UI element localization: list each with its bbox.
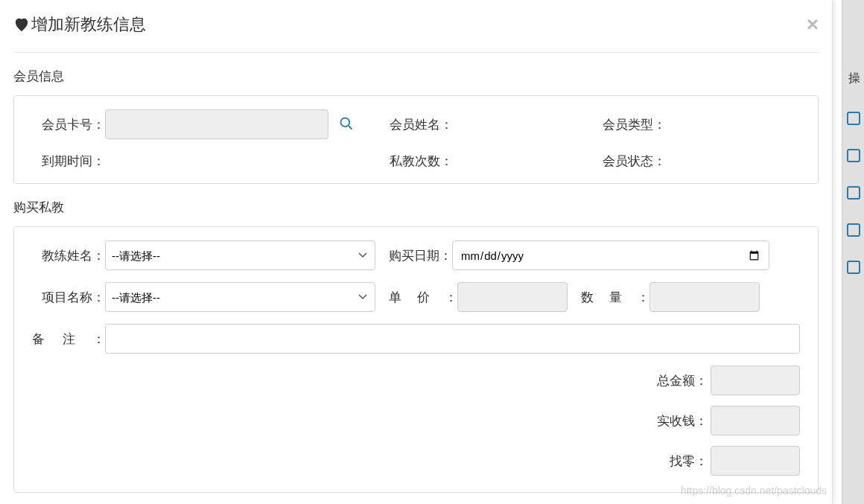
- backdrop-action-icon: [847, 223, 860, 237]
- member-status-label: 会员状态：: [603, 153, 666, 170]
- backdrop-action-icon: [847, 149, 860, 162]
- quantity-label: 数 量 ：: [581, 289, 649, 306]
- member-name-label: 会员姓名：: [390, 116, 453, 133]
- close-button[interactable]: ×: [807, 14, 819, 35]
- modal-header: 增加新教练信息 ×: [13, 0, 819, 53]
- project-name-select[interactable]: --请选择--: [105, 282, 375, 312]
- quantity-input[interactable]: [649, 282, 760, 312]
- paid-input[interactable]: [711, 406, 800, 436]
- expire-label: 到期时间：: [32, 153, 105, 170]
- price-input[interactable]: [457, 282, 568, 312]
- modal-dialog: 增加新教练信息 × 会员信息 会员卡号： 会员姓名：: [0, 0, 833, 504]
- purchase-date-label: 购买日期：: [389, 247, 452, 264]
- member-type-label: 会员类型：: [603, 116, 666, 133]
- backdrop-header-char: 操: [848, 71, 860, 86]
- heart-icon: [13, 17, 30, 32]
- change-label: 找零：: [670, 453, 708, 470]
- total-amount-label: 总金额：: [657, 372, 708, 389]
- project-name-label: 项目名称：: [32, 289, 105, 306]
- purchase-section-title: 购买私教: [13, 199, 819, 216]
- card-no-label: 会员卡号：: [32, 116, 105, 133]
- modal-title: 增加新教练信息: [13, 13, 146, 36]
- member-section-title: 会员信息: [13, 68, 819, 85]
- search-icon: [339, 116, 354, 133]
- change-input[interactable]: [711, 446, 800, 476]
- svg-line-1: [349, 125, 352, 129]
- card-no-input[interactable]: [105, 109, 328, 139]
- price-label: 单 价 ：: [389, 289, 457, 306]
- backdrop-action-icon: [847, 112, 860, 125]
- search-button[interactable]: [339, 116, 354, 133]
- coach-name-select[interactable]: --请选择--: [105, 240, 375, 270]
- backdrop-panel: 操: [842, 0, 864, 504]
- purchase-panel: 教练姓名： --请选择-- 购买日期： 项目名称： --请选择-- 单 价 ： …: [13, 226, 819, 493]
- svg-point-0: [341, 118, 350, 127]
- backdrop-action-icon: [847, 186, 860, 200]
- backdrop-action-icon: [847, 261, 860, 274]
- remark-label: 备 注 ：: [32, 331, 105, 348]
- remark-input[interactable]: [105, 324, 800, 354]
- member-info-panel: 会员卡号： 会员姓名： 会员类型： 到期时间：: [13, 95, 819, 184]
- total-amount-input[interactable]: [711, 366, 800, 395]
- paid-label: 实收钱：: [657, 412, 708, 430]
- pt-count-label: 私教次数：: [390, 153, 453, 170]
- coach-name-label: 教练姓名：: [32, 247, 105, 264]
- purchase-date-input[interactable]: [452, 240, 769, 270]
- modal-title-text: 增加新教练信息: [31, 13, 146, 36]
- watermark-text: https://blog.csdn.net/pastclouds: [681, 485, 827, 497]
